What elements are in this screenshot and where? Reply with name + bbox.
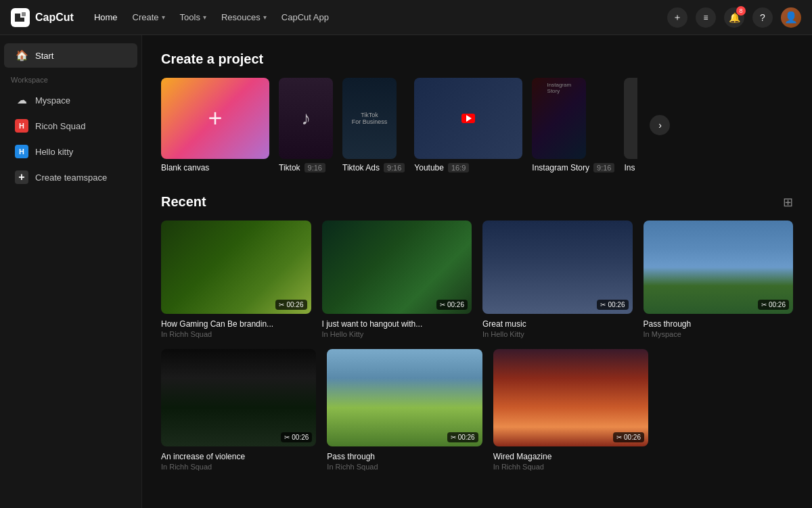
recent-card-violence[interactable]: ✂ 00:26 An increase of violence In Richh…	[161, 349, 316, 470]
gaming-duration-badge: ✂ 00:26	[275, 300, 307, 310]
recent-card-pass-through-2[interactable]: ✂ 00:26 Pass through In Richh Squad	[327, 349, 482, 470]
blank-canvas-plus-icon: +	[208, 104, 222, 133]
hangout-duration-badge: ✂ 00:26	[436, 300, 468, 310]
add-button[interactable]: ＋	[667, 7, 687, 28]
svg-rect-1	[22, 12, 26, 16]
pass-through-2-workspace: In Richh Squad	[327, 463, 482, 471]
tiktok-label: Tiktok 9:16	[279, 163, 333, 172]
scissor-icon-4: ✂	[761, 301, 767, 308]
hello-kitty-icon: H	[15, 145, 28, 158]
recent-card-pass-through-1[interactable]: ✂ 00:26 Pass through In Myspace	[644, 221, 794, 338]
main-layout: 🏠 Start Workspace ☁ Myspace H Ricoh Squa…	[0, 35, 812, 508]
sidebar-item-ricoh-squad[interactable]: H Ricoh Squad	[4, 114, 137, 138]
wired-magazine-thumb: ✂ 00:26	[493, 349, 648, 446]
notification-badge: 8	[736, 6, 746, 16]
nav-app[interactable]: CapCut App	[275, 8, 336, 26]
nav-resources[interactable]: Resouces ▾	[215, 8, 273, 26]
notification-button[interactable]: 🔔 8	[724, 7, 744, 28]
wired-magazine-workspace: In Richh Squad	[493, 463, 648, 471]
add-teamspace-icon: +	[15, 170, 28, 184]
blank-canvas-thumb: +	[161, 78, 269, 159]
recent-card-hangout[interactable]: ✂ 00:26 I just want to hangout with... I…	[322, 221, 472, 338]
youtube-thumb	[414, 78, 522, 159]
grid-view-button[interactable]: ⊞	[783, 195, 793, 210]
nav-tools[interactable]: Tools ▾	[173, 8, 213, 26]
wired-magazine-duration-badge: ✂ 00:26	[613, 432, 644, 442]
nav-tools-chevron: ▾	[203, 14, 206, 21]
template-youtube[interactable]: Youtube 16:9	[414, 78, 522, 172]
templates-scroll-right-button[interactable]: ›	[650, 115, 670, 135]
violence-workspace: In Richh Squad	[161, 463, 316, 471]
recent-grid-row2: ✂ 00:26 An increase of violence In Richh…	[161, 349, 648, 470]
recent-card-great-music[interactable]: ✂ 00:26 Great music In Hello Kitty	[482, 221, 633, 338]
pass-through-2-duration-badge: ✂ 00:26	[447, 432, 478, 442]
create-project-title: Create a project	[161, 51, 793, 67]
violence-title: An increase of violence	[161, 452, 316, 461]
sidebar-item-start[interactable]: 🏠 Start	[4, 43, 137, 68]
instagram-story-label: Instagram Story 9:16	[532, 163, 614, 172]
nav-resources-chevron: ▾	[263, 14, 267, 21]
ins-thumb	[624, 78, 637, 159]
great-music-duration-badge: ✂ 00:26	[597, 300, 628, 310]
pass-through-1-workspace: In Myspace	[644, 330, 794, 338]
app-header: CapCut Home Create ▾ Tools ▾ Resouces ▾ …	[0, 0, 812, 35]
home-icon: 🏠	[15, 49, 28, 62]
ricoh-squad-icon: H	[15, 119, 28, 133]
pass-through-1-duration-badge: ✂ 00:26	[758, 300, 789, 310]
recent-card-gaming[interactable]: ✂ 00:26 How Gaming Can Be brandin... In …	[161, 221, 311, 338]
pass-through-1-title: Pass through	[644, 319, 794, 329]
tiktok-icon: ♪	[301, 108, 311, 129]
scissor-icon-2: ✂	[440, 301, 445, 308]
recent-title: Recent	[161, 194, 206, 210]
help-button[interactable]: ?	[752, 7, 773, 28]
main-content: Create a project + Blank canvas ♪ Tiktok…	[142, 35, 812, 508]
scissor-icon: ✂	[279, 301, 284, 308]
template-ins-partial[interactable]: Ins	[624, 78, 637, 172]
template-blank-canvas[interactable]: + Blank canvas	[161, 78, 269, 172]
sidebar-item-create-teamspace[interactable]: + Create teamspace	[4, 165, 137, 189]
ins-label: Ins	[624, 163, 637, 172]
templates-row: + Blank canvas ♪ Tiktok 9:16 TikTo	[161, 78, 793, 172]
gaming-workspace: In Richh Squad	[161, 330, 311, 338]
instagram-thumb: InstagramStory	[532, 78, 586, 159]
template-tiktok-ads[interactable]: TikTokFor Business Tiktok Ads 9:16	[342, 78, 405, 172]
sidebar-item-hello-kitty[interactable]: H Hello kitty	[4, 139, 137, 164]
tiktok-thumb: ♪	[279, 78, 333, 159]
youtube-label: Youtube 16:9	[414, 163, 522, 172]
recent-header: Recent ⊞	[161, 194, 793, 210]
great-music-thumb: ✂ 00:26	[482, 221, 633, 314]
gaming-thumb: ✂ 00:26	[161, 221, 311, 314]
capcut-logo-icon	[11, 8, 30, 27]
sidebar: 🏠 Start Workspace ☁ Myspace H Ricoh Squa…	[0, 35, 142, 508]
workspace-label: Workspace	[0, 69, 141, 87]
header-actions: ＋ ≡ 🔔 8 ? 👤	[667, 7, 801, 28]
violence-duration-badge: ✂ 00:26	[281, 432, 312, 442]
pass-through-2-title: Pass through	[327, 452, 482, 461]
scissor-icon-7: ✂	[616, 434, 622, 441]
tiktok-ads-label: Tiktok Ads 9:16	[342, 163, 405, 172]
cloud-icon: ☁	[15, 93, 28, 107]
template-instagram-story[interactable]: InstagramStory Instagram Story 9:16	[532, 78, 614, 172]
pass-through-2-thumb: ✂ 00:26	[327, 349, 482, 446]
nav-create[interactable]: Create ▾	[126, 8, 172, 26]
wired-magazine-title: Wired Magazine	[493, 452, 648, 461]
nav-create-chevron: ▾	[162, 14, 165, 21]
great-music-title: Great music	[482, 319, 633, 329]
hangout-workspace: In Hello Kitty	[322, 330, 472, 338]
recent-card-wired-magazine[interactable]: ✂ 00:26 Wired Magazine In Richh Squad	[493, 349, 648, 470]
hamburger-button[interactable]: ≡	[696, 7, 716, 28]
logo[interactable]: CapCut	[11, 8, 74, 27]
hangout-thumb: ✂ 00:26	[322, 221, 472, 314]
pass-through-1-thumb: ✂ 00:26	[644, 221, 794, 314]
sidebar-item-myspace[interactable]: ☁ Myspace	[4, 88, 137, 112]
scissor-icon-6: ✂	[451, 434, 456, 441]
tiktok-ads-thumb: TikTokFor Business	[342, 78, 397, 159]
violence-thumb: ✂ 00:26	[161, 349, 316, 446]
logo-text: CapCut	[35, 11, 74, 24]
nav-home[interactable]: Home	[87, 8, 125, 26]
template-tiktok[interactable]: ♪ Tiktok 9:16	[279, 78, 333, 172]
gaming-title: How Gaming Can Be brandin...	[161, 319, 311, 329]
great-music-workspace: In Hello Kitty	[482, 330, 633, 338]
hangout-title: I just want to hangout with...	[322, 319, 472, 329]
user-avatar[interactable]: 👤	[781, 7, 801, 28]
